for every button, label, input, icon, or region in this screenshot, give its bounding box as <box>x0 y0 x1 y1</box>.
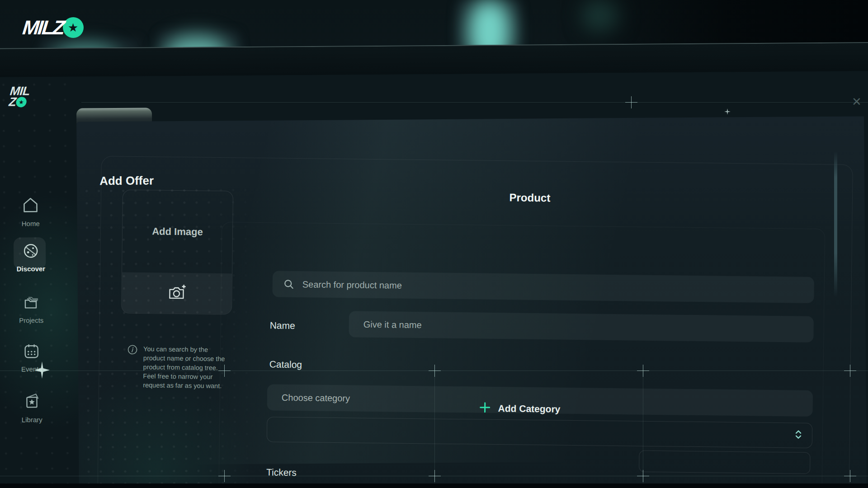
sidebar-item-label: Projects <box>0 316 65 324</box>
add-image-dropzone[interactable]: Add Image <box>121 190 233 315</box>
sidebar-item-events[interactable]: Events <box>0 342 66 373</box>
projects-folders-icon <box>21 293 41 314</box>
home-icon <box>20 195 40 217</box>
sidebar-item-label: Library <box>0 416 66 424</box>
add-offer-modal: Add Offer Add Image <box>76 116 867 488</box>
crosshair-marker <box>625 96 637 108</box>
laptop-screen: MIL Z ★ Home <box>0 42 868 488</box>
upload-photo-button[interactable] <box>122 272 232 314</box>
crosshair-marker <box>637 470 649 482</box>
events-calendar-icon <box>22 342 41 362</box>
info-note: You can search by the product name or ch… <box>127 344 231 391</box>
sidebar-logo: MIL Z ★ <box>8 86 30 108</box>
sidebar-item-projects[interactable]: Projects <box>0 293 65 324</box>
add-image-label: Add Image <box>123 225 232 239</box>
choose-category-placeholder: Choose category <box>282 392 350 404</box>
catalog-label: Catalog <box>269 359 302 370</box>
info-icon <box>127 344 138 389</box>
sidebar-item-label: Events <box>0 365 66 373</box>
discover-globe-icon <box>21 241 40 262</box>
library-book-icon <box>21 391 42 413</box>
sidebar-item-discover[interactable]: Discover <box>0 241 65 273</box>
crosshair-marker <box>637 365 649 377</box>
add-category-button[interactable]: Add Category <box>479 402 560 416</box>
scrollbar-thumb[interactable] <box>834 151 837 297</box>
hairline <box>643 371 643 483</box>
sidebar: MIL Z ★ Home <box>0 77 66 488</box>
crosshair-marker <box>844 365 856 377</box>
crosshair-marker <box>844 470 856 482</box>
plus-icon <box>479 402 491 415</box>
sparkle-icon <box>34 361 50 380</box>
hairline <box>434 371 435 483</box>
add-category-label: Add Category <box>498 403 561 415</box>
brand-logo: MILZ ★ <box>23 16 84 39</box>
product-search-input[interactable] <box>302 279 803 296</box>
name-input[interactable] <box>363 319 800 335</box>
name-field[interactable] <box>349 311 814 343</box>
screenshot-canvas: MILZ ★ MIL Z ★ <box>0 0 868 488</box>
search-icon <box>283 279 294 290</box>
brand-star-icon: ★ <box>63 17 84 38</box>
sidebar-item-label: Home <box>0 220 65 228</box>
crosshair-marker <box>218 365 231 377</box>
crosshair-marker <box>429 365 441 377</box>
camera-plus-icon <box>166 283 188 304</box>
chevron-up-down-icon[interactable] <box>794 429 803 442</box>
name-label: Name <box>270 320 295 331</box>
info-text: You can search by the product name or ch… <box>143 344 231 390</box>
sidebar-item-home[interactable]: Home <box>0 195 65 228</box>
form-panel-border <box>218 222 825 488</box>
crosshair-marker <box>218 470 231 482</box>
hairline <box>81 102 868 103</box>
brand-logo-text: MILZ <box>21 16 65 39</box>
category-extra-box[interactable] <box>639 450 811 474</box>
modal-content: Add Image You can search by the product <box>76 120 866 488</box>
bottom-bezel-band <box>0 483 868 488</box>
sidebar-item-label: Discover <box>0 265 65 273</box>
sidebar-star-icon: ★ <box>15 97 27 107</box>
crosshair-marker <box>429 470 441 482</box>
sidebar-item-library[interactable]: Library <box>0 391 66 424</box>
app-window: MIL Z ★ Home <box>0 71 868 488</box>
sparkle-icon <box>724 108 731 117</box>
sidebar-logo-line2: Z <box>8 97 16 108</box>
close-icon[interactable]: ✕ <box>852 95 862 109</box>
tickers-label: Tickers <box>266 467 297 478</box>
